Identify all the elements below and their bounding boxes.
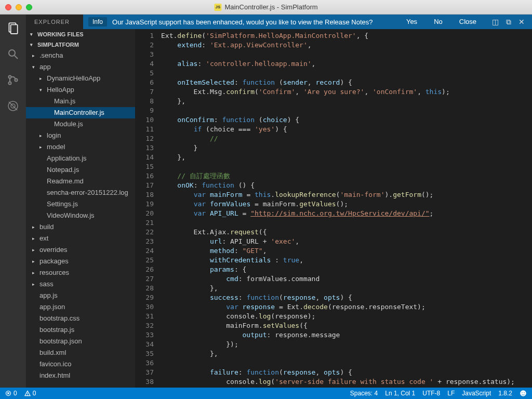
source-control-icon[interactable] bbox=[6, 73, 20, 87]
folder-item[interactable]: ▸build bbox=[26, 221, 135, 233]
version-item: 1.8.2 bbox=[498, 390, 512, 397]
file-item[interactable]: build.xml bbox=[26, 347, 135, 358]
project-section[interactable]: ▾SIMPLATFORM bbox=[26, 39, 135, 50]
svg-point-15 bbox=[520, 390, 526, 396]
tree-label: resources bbox=[39, 268, 69, 277]
warnings-count: 0 bbox=[33, 390, 36, 397]
feedback-icon[interactable] bbox=[520, 390, 527, 397]
file-item[interactable]: Main.js bbox=[26, 96, 135, 107]
file-item[interactable]: VideoWindow.js bbox=[26, 210, 135, 221]
explorer-icon[interactable] bbox=[6, 21, 20, 35]
tree-label: login bbox=[47, 131, 61, 140]
tree-label: build bbox=[39, 222, 54, 232]
minimize-window-button[interactable] bbox=[16, 4, 22, 10]
encoding-item[interactable]: UTF-8 bbox=[422, 390, 440, 397]
notification-bar: Info Our JavaScript support has been enh… bbox=[83, 15, 532, 29]
folder-item[interactable]: ▸.sencha bbox=[26, 50, 135, 61]
folder-item[interactable]: ▸ext bbox=[26, 233, 135, 244]
file-item[interactable]: Settings.js bbox=[26, 198, 135, 210]
debug-icon[interactable] bbox=[6, 99, 20, 113]
search-icon[interactable] bbox=[6, 47, 20, 61]
close-window-button[interactable] bbox=[5, 4, 11, 10]
tree-label: HelloApp bbox=[47, 85, 74, 95]
file-item[interactable]: bootstrap.js bbox=[26, 324, 135, 336]
svg-point-16 bbox=[522, 392, 523, 393]
tree-label: packages bbox=[39, 257, 69, 266]
tree-label: sass bbox=[39, 280, 54, 289]
svg-point-14 bbox=[27, 395, 28, 395]
sidebar: EXPLORER ▾WORKING FILES ▾SIMPLATFORM ▸.s… bbox=[26, 15, 135, 388]
folder-item[interactable]: ▸sass bbox=[26, 278, 135, 290]
folder-item[interactable]: ▸model bbox=[26, 141, 135, 153]
tree-label: ext bbox=[39, 234, 48, 243]
eol-item[interactable]: LF bbox=[447, 390, 455, 397]
maximize-window-button[interactable] bbox=[26, 4, 32, 10]
tree-label: DynamicHelloApp bbox=[47, 74, 100, 83]
more-actions-icon[interactable]: ⧉ bbox=[506, 18, 511, 26]
editor[interactable]: 1234567891011121314151617181920212223242… bbox=[135, 15, 532, 388]
errors-count: 0 bbox=[14, 390, 17, 397]
tree-label: overrides bbox=[39, 245, 67, 255]
spaces-item[interactable]: Spaces: 4 bbox=[350, 390, 378, 397]
working-files-label: WORKING FILES bbox=[37, 31, 84, 37]
folder-item[interactable]: ▾app bbox=[26, 61, 135, 73]
folder-item[interactable]: ▸overrides bbox=[26, 244, 135, 256]
project-label: SIMPLATFORM bbox=[37, 42, 79, 48]
status-bar: 0 0 Spaces: 4 Ln 1, Col 1 UTF-8 LF JavaS… bbox=[0, 388, 532, 399]
svg-rect-1 bbox=[11, 25, 18, 34]
file-item[interactable]: Readme.md bbox=[26, 176, 135, 187]
split-editor-icon[interactable]: ◫ bbox=[492, 18, 499, 26]
code-area[interactable]: Ext.define('SimPlatform.HelloApp.MainCon… bbox=[161, 29, 532, 388]
tree-label: app bbox=[39, 62, 51, 72]
file-item[interactable]: bootstrap.json bbox=[26, 336, 135, 347]
file-tree: ▸.sencha▾app▸DynamicHelloApp▾HelloAppMai… bbox=[26, 50, 135, 387]
tree-label: MainController.js bbox=[54, 108, 104, 117]
tree-label: Module.js bbox=[54, 119, 83, 129]
file-item[interactable]: Module.js bbox=[26, 118, 135, 130]
svg-point-17 bbox=[524, 392, 525, 393]
yes-button[interactable]: Yes bbox=[398, 15, 425, 29]
activity-bar bbox=[0, 15, 26, 388]
tree-label: bootstrap.css bbox=[39, 314, 79, 323]
folder-item[interactable]: ▸login bbox=[26, 130, 135, 141]
tree-label: Main.js bbox=[54, 97, 75, 106]
svg-line-3 bbox=[15, 56, 18, 59]
editor-actions: ◫ ⧉ ✕ bbox=[485, 18, 532, 26]
file-item[interactable]: Application.js bbox=[26, 153, 135, 164]
file-item[interactable]: app.js bbox=[26, 290, 135, 301]
tree-label: sencha-error-20151222.log bbox=[47, 188, 128, 197]
file-item[interactable]: index.html bbox=[26, 370, 135, 381]
file-item[interactable]: sencha-error-20151222.log bbox=[26, 187, 135, 198]
notification-buttons: Yes No Close bbox=[398, 15, 485, 29]
tree-label: app.json bbox=[39, 302, 65, 312]
file-item[interactable]: MainController.js bbox=[26, 107, 135, 118]
file-item[interactable]: app.json bbox=[26, 301, 135, 313]
warnings-item[interactable]: 0 bbox=[24, 390, 36, 397]
language-item[interactable]: JavaScript bbox=[462, 390, 491, 397]
tree-label: bootstrap.js bbox=[39, 325, 74, 335]
tree-label: Application.js bbox=[47, 154, 87, 163]
file-item[interactable]: Notepad.js bbox=[26, 164, 135, 176]
tree-label: Readme.md bbox=[47, 177, 84, 186]
notification-message: Our JavaScript support has been enhanced… bbox=[112, 18, 398, 26]
file-item[interactable]: favicon.ico bbox=[26, 358, 135, 370]
folder-item[interactable]: ▸packages bbox=[26, 256, 135, 267]
folder-item[interactable]: ▾HelloApp bbox=[26, 84, 135, 96]
tree-label: model bbox=[47, 142, 65, 152]
folder-item[interactable]: ▸DynamicHelloApp bbox=[26, 73, 135, 84]
no-button[interactable]: No bbox=[425, 15, 451, 29]
tree-label: build.xml bbox=[39, 348, 66, 357]
cursor-position-item[interactable]: Ln 1, Col 1 bbox=[385, 390, 415, 397]
window-title: JS MainController.js - SimPlatform bbox=[214, 3, 317, 11]
file-item[interactable]: bootstrap.css bbox=[26, 313, 135, 324]
window-title-text: MainController.js - SimPlatform bbox=[224, 3, 317, 11]
tree-label: VideoWindow.js bbox=[47, 211, 95, 220]
tree-label: Notepad.js bbox=[47, 165, 79, 175]
close-editor-icon[interactable]: ✕ bbox=[518, 18, 525, 26]
close-notification-button[interactable]: Close bbox=[451, 15, 485, 29]
info-badge: Info bbox=[88, 17, 107, 26]
folder-item[interactable]: ▸resources bbox=[26, 267, 135, 278]
errors-item[interactable]: 0 bbox=[5, 390, 17, 397]
working-files-section[interactable]: ▾WORKING FILES bbox=[26, 29, 135, 39]
tree-label: favicon.ico bbox=[39, 360, 71, 369]
